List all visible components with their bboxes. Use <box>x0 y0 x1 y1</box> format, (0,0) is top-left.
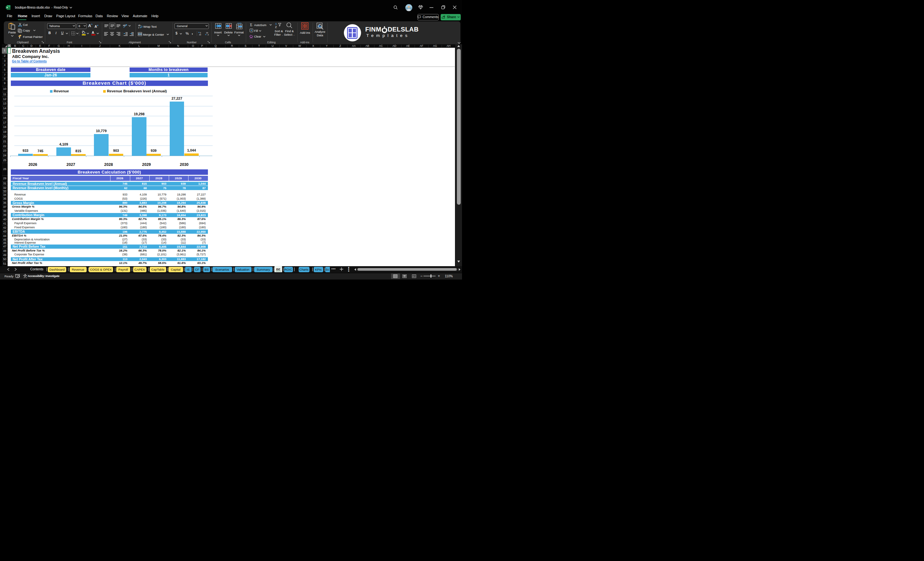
svg-text:A: A <box>275 22 277 26</box>
svg-text:ab: ab <box>138 24 141 26</box>
svg-text:c: c <box>138 26 140 28</box>
svg-text:0: 0 <box>200 32 201 34</box>
svg-text:Z: Z <box>275 26 277 28</box>
svg-text:.00: .00 <box>206 32 208 34</box>
svg-text:.00: .00 <box>199 34 201 36</box>
svg-text:X: X <box>6 6 8 9</box>
svg-text:.0: .0 <box>207 34 209 36</box>
svg-text:ab: ab <box>123 24 126 27</box>
